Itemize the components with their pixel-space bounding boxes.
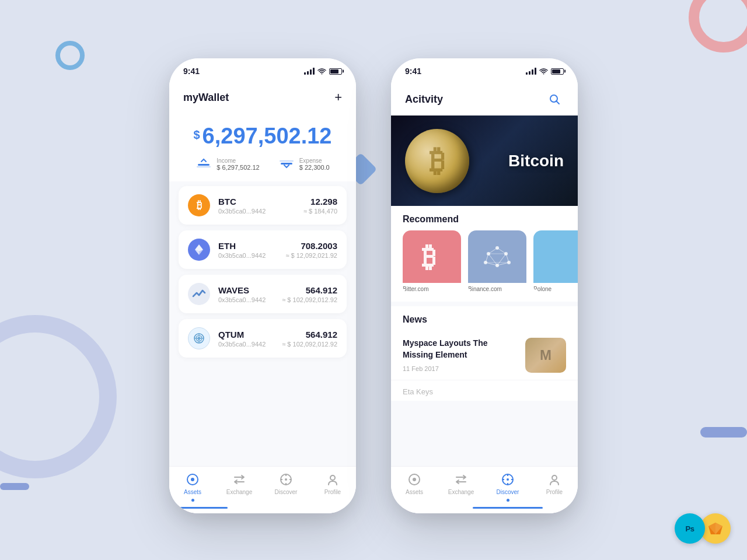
bottom-indicator-1 (169, 507, 228, 509)
recommend-cards: ₿ Bitter.com (391, 230, 578, 302)
rec-label-binance: Binance.com (468, 283, 526, 293)
recommend-title: Recommend (391, 206, 578, 230)
eth-icon (188, 239, 210, 261)
tool-icons: Ps (675, 513, 731, 544)
wifi-icon-2 (539, 68, 548, 75)
nav-discover-1[interactable]: Discover (263, 473, 309, 502)
qtum-addr: 0x3b5ca0...9442 (218, 341, 274, 348)
income-label: Income (217, 158, 259, 164)
waves-addr: 0x3b5ca0...9442 (218, 296, 274, 303)
activity-scroll: ₿ Bitcoin Recommend ₿ (391, 116, 578, 466)
phones-wrapper: 9:41 (0, 0, 747, 560)
eth-name: ETH (218, 241, 277, 251)
rec-image-binance (468, 230, 526, 283)
income-icon (196, 156, 212, 172)
balance-amount: 6,297,502.12 (203, 124, 332, 149)
expense-value: $ 22,300.0 (299, 164, 330, 171)
svg-rect-1 (197, 166, 211, 167)
battery-icon-2 (551, 68, 564, 75)
status-bar-2: 9:41 (391, 58, 578, 80)
coin-item-btc[interactable]: ₿ BTC 0x3b5ca0...9442 12.298 ≈ $ 184,470 (179, 186, 347, 225)
phone-activity: 9:41 (391, 58, 578, 513)
eth-addr: 0x3b5ca0...9442 (218, 252, 277, 259)
assets-icon (186, 473, 200, 487)
nav-exchange-2[interactable]: Exchange (438, 473, 484, 502)
waves-name: WAVES (218, 285, 274, 295)
btc-name: BTC (218, 197, 295, 206)
signal-bars-2 (526, 68, 536, 75)
rec-image-bitcoin: ₿ (403, 230, 461, 283)
income-text: Income $ 6,297,502.12 (217, 158, 259, 171)
news-preview-text: Eta Keys (403, 387, 433, 396)
exchange-icon-1 (232, 473, 246, 487)
currency-symbol: $ (193, 128, 200, 142)
btc-values: 12.298 ≈ $ 184,470 (303, 197, 337, 215)
nav-profile-1[interactable]: Profile (309, 473, 356, 502)
svg-point-43 (507, 478, 509, 481)
svg-point-15 (285, 478, 287, 481)
rec-image-polone (533, 230, 578, 283)
profile-icon-1 (326, 473, 340, 487)
waves-info: WAVES 0x3b5ca0...9442 (218, 285, 274, 303)
news-headline-1: Myspace Layouts The Missing Element (403, 338, 517, 360)
nav-assets-1[interactable]: Assets (169, 473, 216, 502)
news-text-1: Myspace Layouts The Missing Element 11 F… (403, 338, 517, 372)
eth-values: 708.2003 ≈ $ 12,092,021.92 (285, 241, 337, 259)
balance-display: $ 6,297,502.12 (183, 124, 342, 149)
svg-text:₿: ₿ (422, 242, 436, 271)
nav-discover-2[interactable]: Discover (484, 473, 531, 502)
btc-addr: 0x3b5ca0...9442 (218, 208, 295, 215)
nav-profile-2[interactable]: Profile (531, 473, 578, 502)
svg-line-22 (556, 101, 559, 104)
waves-values: 564.912 ≈ $ 102,092,012.92 (282, 285, 337, 303)
news-date-1: 11 Feb 2017 (403, 365, 517, 372)
svg-point-20 (330, 475, 335, 480)
rec-label-polone: Polone (533, 283, 578, 293)
nav-discover-dot-2 (507, 499, 509, 502)
rec-card-binance[interactable]: Binance.com (468, 230, 526, 293)
assets-icon-2 (407, 473, 421, 487)
wallet-title: myWallet (183, 92, 229, 104)
nav-exchange-label-1: Exchange (226, 489, 252, 495)
search-button[interactable] (545, 90, 564, 108)
btc-amount: 12.298 (303, 197, 337, 206)
add-wallet-button[interactable]: + (334, 90, 342, 105)
rec-card-bitcoin[interactable]: ₿ Bitter.com (403, 230, 461, 293)
nav-assets-label-1: Assets (184, 489, 201, 495)
coin-item-qtum[interactable]: QTUM 0x3b5ca0...9442 564.912 ≈ $ 102,092… (179, 319, 347, 358)
expense-text: Expense $ 22,300.0 (299, 158, 330, 171)
bg-circle-blue (55, 41, 85, 70)
nav-exchange-1[interactable]: Exchange (216, 473, 263, 502)
btc-icon: ₿ (188, 194, 210, 216)
rec-card-polone[interactable]: Polone (533, 230, 578, 293)
coin-item-eth[interactable]: ETH 0x3b5ca0...9442 708.2003 ≈ $ 12,092,… (179, 230, 347, 269)
status-bar-1: 9:41 (169, 58, 356, 80)
waves-icon (188, 283, 210, 305)
svg-point-13 (191, 478, 194, 481)
exchange-icon-2 (454, 473, 468, 487)
balance-section: $ 6,297,502.12 Income (169, 112, 356, 181)
eth-amount: 708.2003 (285, 241, 337, 251)
expense-label: Expense (299, 158, 330, 164)
nav-active-indicator-1 (191, 499, 194, 502)
nav-assets-2[interactable]: Assets (391, 473, 438, 502)
signal-bars-1 (304, 68, 315, 75)
bottom-nav-1: Assets Exchange (169, 466, 356, 513)
news-item-2-preview: Eta Keys (391, 380, 578, 401)
news-item-1[interactable]: Myspace Layouts The Missing Element 11 F… (391, 331, 578, 380)
svg-point-41 (413, 478, 416, 481)
activity-header: Acitvity (391, 80, 578, 116)
qtum-info: QTUM 0x3b5ca0...9442 (218, 330, 274, 348)
nav-profile-label-1: Profile (324, 489, 341, 495)
battery-icon-1 (329, 68, 342, 75)
nav-exchange-label-2: Exchange (448, 489, 474, 495)
profile-icon-2 (547, 473, 561, 487)
coin-list: ₿ BTC 0x3b5ca0...9442 12.298 ≈ $ 184,470 (169, 181, 356, 466)
nav-discover-label-2: Discover (497, 489, 519, 495)
qtum-values: 564.912 ≈ $ 102,092,012.92 (282, 330, 337, 348)
coin-item-waves[interactable]: WAVES 0x3b5ca0...9442 564.912 ≈ $ 102,09… (179, 275, 347, 313)
nav-discover-label-1: Discover (275, 489, 298, 495)
qtum-icon (188, 327, 210, 349)
waves-usd: ≈ $ 102,092,012.92 (282, 296, 337, 303)
activity-content-wrapper: Acitvity ₿ Bitcoin (391, 80, 578, 513)
